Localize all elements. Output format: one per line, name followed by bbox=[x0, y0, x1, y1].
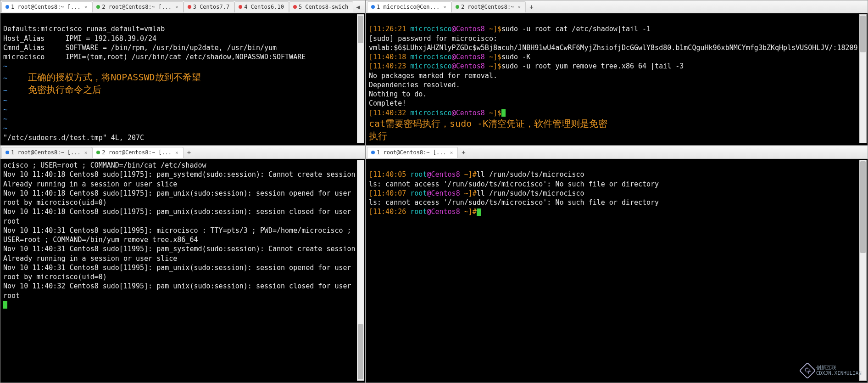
output-line: ls: cannot access '/run/sudo/ts/microcis… bbox=[369, 198, 659, 207]
pane-top-right: 1 microcisco@Cen...× 2 root@Centos8:~× +… bbox=[366, 0, 868, 146]
output-line: Dependencies resolved. bbox=[369, 81, 460, 89]
status-dot-icon bbox=[6, 151, 9, 154]
terminal-bl[interactable]: ocisco ; USER=root ; COMMAND=/bin/cat /e… bbox=[0, 159, 365, 383]
tab-tr-2[interactable]: 2 root@Centos8:~× bbox=[451, 1, 526, 12]
tab-tl-3[interactable]: 3 Centos7.7 bbox=[184, 1, 234, 12]
tab-label: 1 root@Centos8:~ [... bbox=[11, 4, 81, 10]
prompt-time: [11:40:07 bbox=[369, 189, 410, 197]
watermark-url: CDXJN.XINHULIAN bbox=[816, 371, 862, 376]
tab-tl-2[interactable]: 2 root@Centos8:~ [...× bbox=[92, 1, 183, 12]
command-text: sudo -u root cat /etc/shadow|tail -1 bbox=[501, 25, 651, 33]
prompt-time: [11:40:26 bbox=[369, 208, 410, 216]
tabbar-bl: 1 root@Centos8:~ [...× 2 root@Centos8:~ … bbox=[0, 146, 365, 159]
tab-nav-left-icon[interactable]: ◀ bbox=[353, 3, 362, 11]
prompt-host: @Centos8 bbox=[452, 25, 489, 33]
tab-label: 1 microcisco@Cen... bbox=[377, 4, 440, 10]
output-line: Nothing to do. bbox=[369, 90, 427, 98]
close-icon[interactable]: × bbox=[84, 4, 88, 10]
tab-label: 1 root@Centos8:~ [... bbox=[377, 149, 446, 156]
pane-bottom-left: 1 root@Centos8:~ [...× 2 root@Centos8:~ … bbox=[0, 146, 366, 383]
scrollbar-thumb[interactable] bbox=[358, 324, 363, 379]
prompt-end: ]$ bbox=[493, 25, 501, 33]
output-line: vmlab:$6$LUhxjAHZNlyPZGDc$w5Bj8acuh/JNBH… bbox=[369, 44, 868, 52]
tab-label: 1 root@Centos8:~ [... bbox=[11, 149, 81, 156]
status-dot-icon bbox=[371, 151, 375, 154]
prompt-user: microcisco bbox=[410, 25, 451, 33]
editor-line: Defaults:microcisco runas_default=vmlab bbox=[3, 25, 165, 33]
annotation-text: 执行 bbox=[369, 130, 387, 141]
status-dot-icon bbox=[96, 151, 100, 154]
close-icon[interactable]: × bbox=[450, 150, 453, 156]
status-dot-icon bbox=[239, 5, 242, 9]
terminal-br[interactable]: [11:40:05 root@Centos8 ~]#ll /run/sudo/t… bbox=[366, 159, 868, 383]
close-icon[interactable]: × bbox=[175, 150, 178, 156]
output-line: No packages marked for removal. bbox=[369, 72, 497, 80]
output-line: Complete! bbox=[369, 99, 406, 107]
vim-status-line: "/etc/sudoers.d/test.tmp" 4L, 207C bbox=[3, 134, 144, 142]
tab-br-1[interactable]: 1 root@Centos8:~ [...× bbox=[367, 147, 458, 158]
prompt-time: [11:40:05 bbox=[369, 170, 410, 179]
status-dot-icon bbox=[456, 5, 459, 9]
terminal-cursor bbox=[3, 301, 7, 309]
add-tab-icon[interactable]: + bbox=[458, 149, 469, 156]
tab-bl-1[interactable]: 1 root@Centos8:~ [...× bbox=[1, 147, 92, 158]
tab-tl-5[interactable]: 5 Centos8-swich bbox=[289, 1, 353, 12]
scrollbar-thumb[interactable] bbox=[860, 161, 866, 253]
add-tab-icon[interactable]: + bbox=[526, 3, 537, 11]
pane-top-left: 1 root@Centos8:~ [...× 2 root@Centos8:~ … bbox=[0, 0, 366, 146]
prompt-path: ~ bbox=[489, 25, 493, 33]
prompt-host: @Centos8 bbox=[427, 170, 464, 179]
editor-line: microcisco IPMI=(tom,root) /usr/bin/cat … bbox=[3, 53, 306, 61]
tab-label: 2 root@Centos8:~ bbox=[461, 4, 514, 10]
scrollbar[interactable] bbox=[357, 160, 364, 381]
editor-line: Host_Alias IPMI = 192.168.39.0/24 bbox=[3, 34, 156, 43]
tabbar-tr: 1 microcisco@Cen...× 2 root@Centos8:~× + bbox=[366, 0, 868, 13]
tab-label: 4 Centos6.10 bbox=[244, 4, 284, 10]
vim-tilde: ~ bbox=[3, 62, 7, 70]
terminal-cursor bbox=[477, 208, 481, 216]
scrollbar[interactable] bbox=[859, 160, 867, 381]
tab-tl-4[interactable]: 4 Centos6.10 bbox=[234, 1, 289, 12]
prompt-time: [11:40:23 bbox=[369, 62, 410, 70]
annotation-text: cat需要密码执行，sudo -K清空凭证，软件管理则是免密 bbox=[369, 118, 607, 129]
prompt-time: [11:26:21 bbox=[369, 25, 410, 33]
close-icon[interactable]: × bbox=[175, 4, 178, 10]
output-line: ls: cannot access '/run/sudo/ts/microcis… bbox=[369, 180, 659, 188]
status-dot-icon bbox=[96, 5, 100, 9]
annotation-text: 免密执行命令之后 bbox=[28, 84, 101, 95]
status-dot-icon bbox=[293, 5, 297, 9]
pane-bottom-right: 1 root@Centos8:~ [...× + [11:40:05 root@… bbox=[366, 146, 868, 383]
scrollbar[interactable] bbox=[357, 14, 364, 143]
prompt-end: ]# bbox=[468, 170, 477, 179]
log-output: ocisco ; USER=root ; COMMAND=/bin/cat /e… bbox=[3, 161, 364, 300]
command-text: sudo -K bbox=[501, 53, 530, 61]
terminal-tl[interactable]: Defaults:microcisco runas_default=vmlab … bbox=[0, 13, 365, 145]
scrollbar-thumb[interactable] bbox=[860, 16, 866, 52]
close-icon[interactable]: × bbox=[518, 4, 521, 10]
tab-label: 2 root@Centos8:~ [... bbox=[102, 4, 172, 10]
tabbar-tl: 1 root@Centos8:~ [...× 2 root@Centos8:~ … bbox=[0, 0, 365, 13]
status-dot-icon bbox=[371, 5, 375, 9]
status-dot-icon bbox=[188, 5, 191, 9]
terminal-cursor bbox=[501, 109, 506, 117]
scrollbar[interactable] bbox=[859, 14, 867, 143]
prompt-time: [11:40:18 bbox=[369, 53, 410, 61]
prompt-path: ~ bbox=[464, 170, 468, 179]
tab-tr-1[interactable]: 1 microcisco@Cen...× bbox=[367, 1, 451, 12]
terminal-tr[interactable]: [11:26:21 microcisco@Centos8 ~]$sudo -u … bbox=[366, 13, 868, 145]
tabbar-br: 1 root@Centos8:~ [...× + bbox=[366, 146, 868, 159]
add-tab-icon[interactable]: + bbox=[184, 149, 195, 156]
watermark: CX 创新互联 CDXJN.XINHULIAN bbox=[801, 365, 862, 377]
tab-label: 2 root@Centos8:~ [... bbox=[102, 149, 172, 156]
annotation-text: 正确的授权方式，将NOPASSWD放到不希望 bbox=[28, 72, 200, 83]
tab-bl-2[interactable]: 2 root@Centos8:~ [...× bbox=[92, 147, 183, 158]
editor-line: Cmnd_Alias SOFTWARE = /bin/rpm, /usr/bin… bbox=[3, 44, 277, 52]
command-text: sudo -u root yum remove tree.x86_64 |tai… bbox=[501, 62, 684, 70]
scrollbar-thumb[interactable] bbox=[358, 16, 363, 43]
close-icon[interactable]: × bbox=[443, 4, 446, 10]
tab-tl-1[interactable]: 1 root@Centos8:~ [...× bbox=[1, 1, 92, 12]
watermark-logo-icon: CX bbox=[799, 362, 816, 379]
tab-label: 5 Centos8-swich bbox=[299, 4, 348, 10]
close-icon[interactable]: × bbox=[84, 150, 88, 156]
command-text: ll /run/sudo/ts/microcisco bbox=[477, 170, 584, 179]
